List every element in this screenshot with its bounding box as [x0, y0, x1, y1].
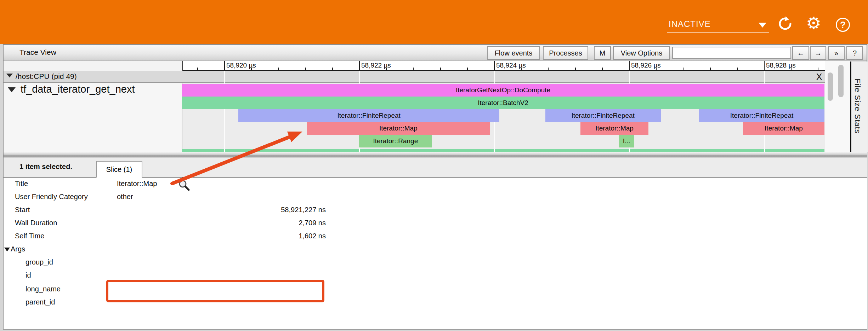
vertical-scrollbar[interactable] [828, 72, 833, 101]
trace-slice[interactable]: I... [619, 135, 634, 147]
button-help[interactable]: ? [846, 46, 863, 60]
panel-bottom-border [3, 329, 867, 330]
thread-label: tf_data_iterator_get_next [21, 83, 135, 95]
gridline [494, 149, 495, 152]
collapse-triangle-icon[interactable] [6, 74, 13, 77]
file-size-stats-label: File Size Stats [853, 79, 862, 134]
search-icon[interactable] [178, 179, 190, 191]
trace-view-title: Trace View [19, 48, 56, 57]
run-selector-dropdown[interactable]: INACTIVE [667, 18, 770, 33]
trace-slice[interactable]: Iterator::BatchV2 [182, 97, 824, 109]
button-view-options[interactable]: View Options [613, 46, 670, 60]
axis-left-spacer [4, 61, 182, 71]
args-expander[interactable]: Args [4, 245, 25, 253]
run-selector-value: INACTIVE [669, 19, 711, 29]
trace-slice[interactable]: Iterator::Map [580, 122, 648, 135]
vertical-scrollbar[interactable] [838, 65, 844, 97]
detail-label: Wall Duration [15, 219, 57, 227]
arg-key: long_name [25, 285, 61, 293]
selection-status: 1 item selected. [19, 163, 72, 171]
axis-minor-tick [548, 68, 549, 71]
process-row-host-cpu[interactable] [4, 71, 825, 83]
axis-minor-tick [683, 68, 683, 71]
process-row-label: /host:CPU (pid 49) [16, 72, 77, 81]
axis-minor-tick [656, 68, 657, 71]
trace-slice[interactable]: Iterator::FiniteRepeat [699, 109, 824, 122]
axis-minor-tick [440, 68, 441, 71]
axis-minor-tick [791, 68, 792, 71]
tab-slice[interactable]: Slice (1) [96, 161, 142, 178]
detail-label: Title [15, 180, 28, 188]
arg-key: parent_id [25, 298, 55, 306]
button-processes[interactable]: Processes [543, 46, 588, 60]
axis-minor-tick [575, 68, 576, 71]
help-icon[interactable]: ? [836, 18, 850, 32]
pane-splitter[interactable] [4, 152, 867, 158]
detail-value: Iterator::Map [117, 180, 157, 188]
axis-minor-tick [737, 68, 738, 71]
axis-minor-tick [710, 68, 711, 71]
triangle-down-icon [4, 248, 10, 251]
axis-major-tick [494, 61, 495, 71]
detail-label: User Friendly Category [15, 193, 88, 201]
dropdown-underline [667, 32, 769, 33]
detail-label: Self Time [15, 232, 44, 240]
trace-slice[interactable]: Iterator::FiniteRepeat [238, 109, 499, 122]
arg-key: group_id [25, 258, 53, 266]
detail-value: other [117, 193, 133, 201]
refresh-icon[interactable] [778, 16, 793, 31]
gear-icon[interactable]: ⚙ [806, 14, 821, 33]
axis-major-tick [764, 61, 765, 71]
axis-minor-tick [602, 68, 603, 71]
arg-key: id [25, 271, 31, 279]
axis-minor-tick [818, 68, 818, 71]
axis-major-tick [629, 61, 630, 71]
clipped-next-row-strip [182, 149, 824, 152]
chevron-down-icon [759, 23, 766, 28]
axis-minor-tick [197, 68, 198, 71]
axis-minor-tick [278, 68, 279, 71]
trace-slice[interactable]: Iterator::Range [359, 135, 432, 147]
trace-slice[interactable]: Iterator::Map [307, 122, 490, 135]
detail-value: 1,602 ns [117, 232, 326, 240]
button-prev[interactable]: ← [792, 46, 809, 60]
trace-slice[interactable]: Iterator::Map [743, 122, 824, 135]
gridline [359, 149, 360, 152]
button-m[interactable]: M [594, 46, 611, 60]
gridline [629, 149, 630, 152]
button-flow-events[interactable]: Flow events [487, 46, 540, 60]
button-next[interactable]: → [810, 46, 826, 60]
axis-minor-tick [521, 68, 522, 71]
axis-minor-tick [305, 68, 306, 71]
collapse-triangle-icon[interactable] [8, 87, 16, 92]
trace-slice[interactable]: IteratorGetNextOp::DoCompute [182, 84, 824, 97]
axis-minor-tick [332, 68, 333, 71]
search-input[interactable] [672, 47, 791, 59]
gridline [224, 149, 225, 152]
highlight-box-annotation [106, 280, 324, 302]
axis-minor-tick [467, 68, 468, 71]
button-more[interactable]: » [828, 46, 845, 60]
axis-major-tick [359, 61, 360, 71]
axis-minor-tick [251, 68, 252, 71]
gridline [764, 149, 765, 152]
axis-minor-tick [413, 68, 414, 71]
trace-slice[interactable]: Iterator::FiniteRepeat [545, 109, 661, 122]
detail-value: 58,921,227 ns [117, 206, 326, 214]
gridline [224, 71, 225, 152]
detail-label: Start [15, 206, 30, 214]
tensorboard-profile-trace-page: INACTIVE ⚙ ? Trace View Flow eventsProce… [0, 0, 868, 331]
detail-value: 2,709 ns [117, 219, 326, 227]
axis-major-tick [224, 61, 225, 71]
axis-minor-tick [386, 68, 387, 71]
close-icon[interactable]: X [814, 72, 824, 82]
